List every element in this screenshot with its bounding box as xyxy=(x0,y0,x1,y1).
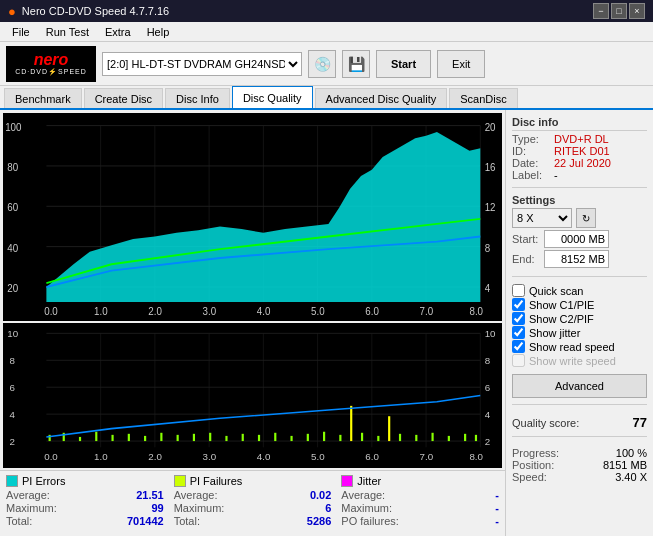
bottom-chart: 10 8 6 4 2 10 8 6 4 2 0.0 1.0 2.0 3.0 4.… xyxy=(3,323,502,468)
svg-text:1.0: 1.0 xyxy=(94,304,108,317)
svg-text:0.0: 0.0 xyxy=(44,451,58,462)
tab-disc-info[interactable]: Disc Info xyxy=(165,88,230,108)
svg-text:7.0: 7.0 xyxy=(420,451,434,462)
disc-id-value: RITEK D01 xyxy=(554,145,610,157)
svg-rect-58 xyxy=(209,433,211,441)
svg-rect-70 xyxy=(388,416,390,441)
drive-select[interactable]: [2:0] HL-DT-ST DVDRAM GH24NSD0 LH00 xyxy=(102,52,302,76)
refresh-icon-btn[interactable]: ↻ xyxy=(576,208,596,228)
svg-text:6: 6 xyxy=(485,383,490,394)
tab-create-disc[interactable]: Create Disc xyxy=(84,88,163,108)
svg-text:10: 10 xyxy=(7,329,18,340)
pi-errors-legend-color xyxy=(6,475,18,487)
nero-logo-text: nero xyxy=(34,52,69,68)
svg-text:8.0: 8.0 xyxy=(469,304,483,317)
svg-text:16: 16 xyxy=(485,160,496,173)
tabs-bar: Benchmark Create Disc Disc Info Disc Qua… xyxy=(0,86,653,110)
jitter-po-fail-value: - xyxy=(495,515,499,527)
svg-text:20: 20 xyxy=(7,281,18,294)
svg-text:100: 100 xyxy=(5,120,21,133)
svg-rect-54 xyxy=(144,436,146,441)
disc-date-row: Date: 22 Jul 2020 xyxy=(512,157,647,169)
disc-label-value: - xyxy=(554,169,558,181)
maximize-button[interactable]: □ xyxy=(611,3,627,19)
title-bar-text: Nero CD-DVD Speed 4.7.7.16 xyxy=(22,5,169,17)
speed-value: 3.40 X xyxy=(615,471,647,483)
start-input[interactable] xyxy=(544,230,609,248)
minimize-button[interactable]: − xyxy=(593,3,609,19)
svg-rect-64 xyxy=(307,434,309,441)
disc-date-value: 22 Jul 2020 xyxy=(554,157,611,169)
disc-info-section: Disc info Type: DVD+R DL ID: RITEK D01 D… xyxy=(512,116,647,181)
settings-title: Settings xyxy=(512,194,647,206)
pi-errors-avg-label: Average: xyxy=(6,489,50,501)
show-c2-pif-checkbox[interactable] xyxy=(512,312,525,325)
pi-failures-avg-value: 0.02 xyxy=(310,489,331,501)
svg-text:8: 8 xyxy=(485,356,490,367)
jitter-avg-label: Average: xyxy=(341,489,385,501)
show-c1-pie-checkbox[interactable] xyxy=(512,298,525,311)
exit-button[interactable]: Exit xyxy=(437,50,485,78)
svg-text:8: 8 xyxy=(10,356,15,367)
jitter-max-label: Maximum: xyxy=(341,502,392,514)
eject-icon-btn[interactable]: 💿 xyxy=(308,50,336,78)
close-button[interactable]: × xyxy=(629,3,645,19)
svg-text:2: 2 xyxy=(485,436,490,447)
svg-text:2.0: 2.0 xyxy=(148,304,162,317)
save-icon-btn[interactable]: 💾 xyxy=(342,50,370,78)
position-row: Position: 8151 MB xyxy=(512,459,647,471)
svg-rect-67 xyxy=(350,406,352,441)
svg-text:1.0: 1.0 xyxy=(94,451,108,462)
svg-rect-63 xyxy=(290,436,292,441)
start-button[interactable]: Start xyxy=(376,50,431,78)
position-value: 8151 MB xyxy=(603,459,647,471)
show-jitter-label: Show jitter xyxy=(529,327,580,339)
show-jitter-checkbox[interactable] xyxy=(512,326,525,339)
svg-rect-60 xyxy=(242,434,244,441)
pi-failures-total-value: 5286 xyxy=(307,515,331,527)
speed-row: 8 X ↻ xyxy=(512,208,647,228)
chart-section: 100 80 60 40 20 20 16 12 8 4 0.0 1.0 2.0… xyxy=(0,110,505,536)
svg-rect-75 xyxy=(464,434,466,441)
svg-rect-51 xyxy=(95,432,97,441)
pi-errors-avg-value: 21.51 xyxy=(136,489,164,501)
pi-errors-max-value: 99 xyxy=(151,502,163,514)
svg-rect-71 xyxy=(399,434,401,441)
svg-text:12: 12 xyxy=(485,201,496,214)
svg-text:6.0: 6.0 xyxy=(365,451,379,462)
end-input[interactable] xyxy=(544,250,609,268)
show-c1-pie-row: Show C1/PIE xyxy=(512,298,647,311)
svg-text:4.0: 4.0 xyxy=(257,304,271,317)
show-write-speed-checkbox[interactable] xyxy=(512,354,525,367)
quick-scan-label: Quick scan xyxy=(529,285,583,297)
checkboxes-section: Quick scan Show C1/PIE Show C2/PIF Show … xyxy=(512,283,647,368)
pi-errors-total-label: Total: xyxy=(6,515,32,527)
disc-label-row: Label: - xyxy=(512,169,647,181)
svg-rect-76 xyxy=(475,435,477,441)
svg-rect-34 xyxy=(3,323,502,468)
show-read-speed-checkbox[interactable] xyxy=(512,340,525,353)
advanced-button[interactable]: Advanced xyxy=(512,374,647,398)
quick-scan-row: Quick scan xyxy=(512,284,647,297)
menu-run-test[interactable]: Run Test xyxy=(38,24,97,40)
svg-rect-50 xyxy=(79,437,81,441)
menu-bar: File Run Test Extra Help xyxy=(0,22,653,42)
menu-help[interactable]: Help xyxy=(139,24,178,40)
svg-rect-61 xyxy=(258,435,260,441)
svg-text:3.0: 3.0 xyxy=(203,304,217,317)
settings-section: Settings 8 X ↻ Start: End: xyxy=(512,194,647,270)
disc-date-label: Date: xyxy=(512,157,550,169)
tab-scandisc[interactable]: ScanDisc xyxy=(449,88,517,108)
svg-rect-74 xyxy=(448,436,450,441)
quick-scan-checkbox[interactable] xyxy=(512,284,525,297)
svg-rect-59 xyxy=(225,436,227,441)
svg-text:60: 60 xyxy=(7,201,18,214)
menu-extra[interactable]: Extra xyxy=(97,24,139,40)
tab-benchmark[interactable]: Benchmark xyxy=(4,88,82,108)
speed-select[interactable]: 8 X xyxy=(512,208,572,228)
svg-text:80: 80 xyxy=(7,160,18,173)
menu-file[interactable]: File xyxy=(4,24,38,40)
svg-rect-65 xyxy=(323,432,325,441)
tab-disc-quality[interactable]: Disc Quality xyxy=(232,86,313,108)
tab-advanced-disc-quality[interactable]: Advanced Disc Quality xyxy=(315,88,448,108)
